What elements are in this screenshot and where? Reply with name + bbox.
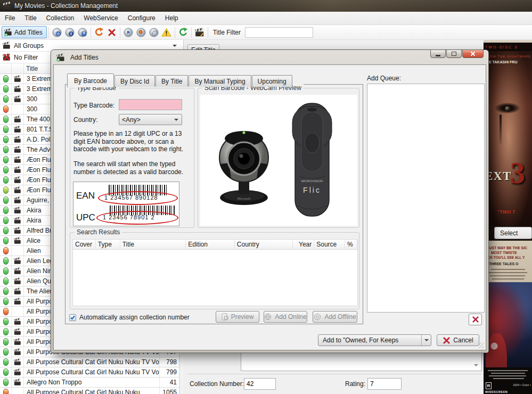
close-button[interactable]: [462, 50, 484, 58]
menu-item[interactable]: Help: [160, 12, 183, 24]
country-dropdown-value: <Any>: [122, 116, 141, 124]
clapperboard-icon: [12, 337, 24, 347]
add-titles-clapperboard-icon: [4, 28, 12, 36]
status-column-header[interactable]: [0, 63, 12, 73]
menu-item[interactable]: WebService: [79, 12, 122, 24]
clapperboard-icon: [12, 256, 24, 266]
status-badge: [0, 297, 12, 306]
dialog-titlebar[interactable]: Add Titles: [51, 50, 488, 64]
back-heading: THREE TALES O: [489, 262, 518, 266]
disc-save-icon[interactable]: [76, 26, 89, 39]
delete-red-x-icon[interactable]: [105, 26, 118, 39]
status-badge: [0, 125, 12, 134]
status-badge: [0, 286, 12, 296]
search-results-column-header[interactable]: %: [345, 240, 357, 249]
upc-red-ellipse: [96, 211, 178, 225]
clapperboard-icon: [12, 195, 24, 205]
status-badge: [0, 246, 12, 256]
search-results-column-header[interactable]: Source: [314, 240, 345, 249]
menu-item[interactable]: Configure: [123, 12, 160, 24]
minimize-button[interactable]: [430, 50, 446, 58]
ean-label: EAN: [76, 191, 95, 201]
maximize-button[interactable]: [446, 50, 462, 58]
barcode-input[interactable]: [119, 99, 182, 110]
warning-icon[interactable]: [160, 26, 173, 39]
disc-copy-icon[interactable]: [148, 26, 160, 39]
edit-clapperboard-icon[interactable]: [193, 26, 206, 39]
select-cover-button[interactable]: Select: [494, 227, 532, 239]
menu-item[interactable]: Collection: [42, 12, 79, 24]
queue-delete-button[interactable]: [469, 314, 482, 325]
disc-user-icon[interactable]: [63, 26, 76, 39]
tab[interactable]: By Barcode: [67, 73, 114, 87]
cancel-button[interactable]: Cancel: [437, 334, 479, 346]
clapperboard-icon: [12, 367, 24, 377]
list-item[interactable]: Allegro Non Troppo 41: [0, 377, 184, 388]
disc-play-icon[interactable]: [122, 26, 135, 39]
status-badge: [0, 84, 12, 94]
preview-button[interactable]: Preview: [216, 311, 259, 323]
toolbar-separator: [120, 27, 120, 38]
refresh-green-icon[interactable]: [177, 26, 190, 39]
tab[interactable]: Upcoming: [252, 75, 292, 87]
status-badge: [0, 195, 12, 205]
clapperboard-icon: [12, 246, 24, 256]
auto-assign-label: Automatically assign collection number: [79, 314, 190, 321]
tab-strip: By BarcodeBy Disc IdBy TitleBy Manual Ty…: [67, 73, 293, 87]
title-filter-input[interactable]: [245, 27, 313, 38]
dialog-title: Add Titles: [70, 54, 99, 61]
search-results-column-header[interactable]: Year: [293, 240, 314, 249]
refresh-orange-icon[interactable]: [93, 26, 105, 39]
search-results-column-header[interactable]: Country: [235, 240, 293, 249]
tab[interactable]: By Manual Typing: [189, 75, 251, 87]
tab[interactable]: By Disc Id: [114, 75, 155, 87]
country-dropdown[interactable]: <Any>: [119, 114, 182, 125]
search-results-header: CoverTypeTitleEditionCountryYearSource%: [72, 239, 358, 250]
disc-web-icon[interactable]: [51, 26, 63, 39]
main-window-title: My Movies - Collection Management: [14, 2, 118, 10]
split-dropdown-arrow[interactable]: [421, 335, 431, 346]
clapperboard-icon: [12, 297, 24, 306]
search-results-column-header[interactable]: Type: [96, 240, 120, 249]
collection-number-cell: 798: [160, 357, 179, 367]
add-offline-button[interactable]: Add Offline: [313, 311, 357, 323]
clapperboard-icon: [12, 155, 24, 165]
credits-bar: [491, 373, 525, 374]
collection-number-input[interactable]: [244, 378, 276, 390]
search-results-column-header[interactable]: Title: [120, 240, 186, 249]
menu-item[interactable]: Title: [20, 12, 41, 24]
status-badge: [0, 216, 12, 225]
toolbar-separator: [191, 27, 192, 38]
toolbar-separator: [48, 27, 49, 38]
cancel-label: Cancel: [453, 336, 473, 344]
status-badge: [0, 388, 12, 394]
tab[interactable]: By Title: [155, 75, 188, 87]
search-results-column-header[interactable]: Edition: [186, 240, 235, 249]
add-online-button[interactable]: Add Online: [264, 311, 307, 323]
auto-assign-checkbox[interactable]: [69, 314, 76, 321]
online-globe-icon: [264, 313, 272, 321]
status-badge: [0, 74, 12, 84]
status-badge: [0, 337, 12, 347]
list-item[interactable]: All Purpose Cultural Cat Girl Nuku Nuku …: [0, 388, 184, 394]
type-barcode-group: Type Barcode Type Barcode: Country: <Any…: [70, 88, 194, 228]
list-item[interactable]: All Purpose Cultural Cat Girl Nuku Nuku …: [0, 357, 184, 367]
clapperboard-icon: [12, 185, 24, 195]
search-results-column-header[interactable]: Cover: [73, 240, 96, 249]
resize-grip[interactable]: [478, 342, 484, 348]
status-badge: [0, 276, 12, 286]
search-results-legend: Search Results: [75, 228, 122, 236]
add-queue-listbox[interactable]: [367, 84, 485, 313]
icon-column-header[interactable]: [12, 63, 24, 73]
disc-record-icon[interactable]: [135, 26, 148, 39]
back-quote-line-1: "JUST MAY BE THE SIC: [485, 246, 527, 250]
clapperboard-icon: [12, 165, 24, 175]
list-item[interactable]: All Purpose Cultural Cat Girl Nuku Nuku …: [0, 367, 184, 377]
add-to-collection-split-button[interactable]: Add to "Owned, For Keeps: [318, 334, 431, 346]
menu-item[interactable]: File: [0, 12, 20, 24]
rating-input[interactable]: [367, 378, 402, 390]
toolbar-separator: [175, 27, 175, 38]
scroll-down-arrow-icon[interactable]: [474, 364, 478, 366]
clapperboard-icon: [12, 357, 24, 367]
add-titles-button[interactable]: Add Titles: [2, 26, 47, 38]
